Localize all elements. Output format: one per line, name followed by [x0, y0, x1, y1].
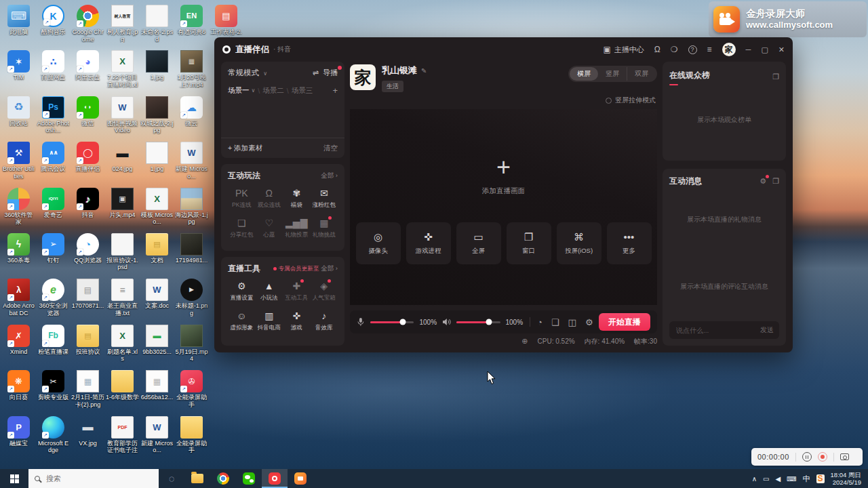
tool-item[interactable]: ☺ 虚拟形象 [228, 310, 256, 332]
desktop-icon[interactable]: W 图怪兽视频 Video [105, 96, 140, 141]
taskbar-item-chrome[interactable] [210, 469, 236, 488]
add-scene-button[interactable]: + [332, 85, 338, 96]
desktop-icon[interactable]: ➢ 钉钉 [36, 232, 71, 278]
desktop-icon[interactable]: 360软件管家 [1, 187, 36, 232]
start-button[interactable] [0, 469, 28, 488]
desktop-icon[interactable]: 全能录屏助手 [174, 415, 209, 461]
desktop-icon[interactable]: 1-6年级数学 [105, 369, 140, 415]
tool-item[interactable]: ✚ 互动工具 [283, 281, 311, 302]
desktop-icon[interactable]: ✶ TIM [1, 49, 36, 95]
search-input[interactable] [45, 474, 153, 483]
desktop-icon[interactable]: 报班协议-1.psd [105, 232, 140, 278]
toolbar-icon[interactable]: ❑ [551, 317, 559, 327]
tool-item[interactable]: ♪ 音效库 [311, 310, 338, 332]
interact-item[interactable]: ✾ 福袋 [283, 188, 311, 209]
speaker-volume-slider[interactable] [456, 321, 500, 323]
desktop-icon[interactable]: ◕ 阿里云盘 [71, 49, 105, 95]
feedback-icon[interactable]: ❍ [671, 45, 678, 54]
source-button[interactable]: ••• 更多 [607, 222, 652, 264]
interact-item[interactable]: ✉ 涨粉红包 [311, 188, 338, 209]
taskbar-item-recorder[interactable] [288, 469, 313, 488]
desktop-icon[interactable]: ♻ 回收站 [1, 96, 36, 141]
desktop-icon[interactable]: Fb 粉笔直播课 [36, 324, 71, 369]
stretch-mode-toggle[interactable]: 竖屏拉伸模式 [350, 94, 657, 109]
desktop-icon[interactable]: 树人教育 树人教育.jpg [105, 4, 140, 49]
desktop-icon[interactable]: X 模板 Microso... [140, 187, 174, 232]
tool-item[interactable]: ▥ 抖音电商 [256, 310, 283, 332]
clear-button[interactable]: 清空 [323, 144, 338, 153]
chat-input[interactable] [675, 326, 756, 335]
interact-item[interactable]: ▂▅▇ 礼物投票 [283, 218, 311, 239]
tools-all-link[interactable]: 全部 › [321, 264, 338, 273]
taskbar-clock[interactable]: 18:04 周日 2024/5/19 [831, 471, 861, 486]
source-button[interactable]: ✜ 游戏进程 [406, 222, 451, 264]
tab-scene-2[interactable]: 场景二 [262, 86, 284, 96]
desktop-icon[interactable]: EN 有道词典6 [174, 4, 209, 49]
tab-scene-3[interactable]: 场景三 [292, 86, 313, 96]
speaker-icon[interactable] [442, 318, 451, 326]
menu-icon[interactable]: ≡ [707, 45, 712, 54]
task-view-button[interactable]: ◌ [159, 469, 184, 488]
desktop-icon[interactable]: ⌨ 此电脑 [1, 4, 36, 49]
desktop-icon[interactable]: 1.jpg [140, 49, 174, 95]
desktop-icon[interactable]: ✂ 剪映专业版 [36, 369, 71, 415]
layout-tab[interactable]: 双屏 [627, 67, 656, 81]
desktop-icon[interactable]: ✗ Xmind [1, 324, 36, 369]
interact-item[interactable]: ▦ 礼物挑战 [311, 218, 338, 239]
microphone-icon[interactable] [357, 317, 365, 327]
taskbar-item-wechat[interactable] [236, 469, 262, 488]
keyboard-icon[interactable]: ⌨ [787, 475, 796, 483]
desktop-icon[interactable]: ❋ 向日葵 [1, 369, 36, 415]
ime-indicator[interactable]: 中 [803, 474, 810, 484]
desktop-icon[interactable]: W 新建 Microso... [174, 141, 209, 186]
pause-button[interactable] [802, 452, 812, 462]
source-button[interactable]: ⌘ 投屏(iOS) [557, 222, 601, 264]
stream-avatar[interactable]: 家 [350, 64, 376, 90]
desktop-icon[interactable]: W 新建 Microso... [140, 415, 174, 461]
desktop-icon[interactable]: ◖◗ 微信 [71, 96, 105, 141]
chevron-down-icon[interactable]: ∨ [252, 87, 256, 94]
taskbar-search[interactable] [28, 469, 159, 488]
desktop-icon[interactable]: 海边风景-1.jpg [174, 187, 209, 232]
desktop-icon[interactable]: 5月19日.mp4 [174, 324, 209, 369]
desktop-icon[interactable]: 双城之战-2.jpg [140, 96, 174, 141]
desktop-icon[interactable]: ∧∧ 腾讯会议 [36, 141, 71, 186]
screenshot-button[interactable] [840, 453, 849, 460]
desktop-icon[interactable]: Ps Adobe Photosh... [36, 96, 71, 141]
headset-icon[interactable]: Ω [654, 45, 660, 54]
desktop-icon[interactable]: ▶ 未标题-1.png [174, 278, 209, 323]
desktop-icon[interactable]: ⚒ Brother Utilities [1, 141, 36, 186]
desktop-icon[interactable]: ≡ 老王商业直播.txt [105, 278, 140, 323]
desktop-icon[interactable]: e 360安全浏览器 [36, 278, 71, 323]
desktop-icon[interactable]: ϟ 360杀毒 [1, 232, 36, 278]
user-avatar[interactable]: 家 [722, 43, 736, 56]
source-button[interactable]: ◎ 摄像头 [356, 222, 401, 264]
help-icon[interactable]: ? [688, 45, 697, 54]
toolbar-icon[interactable]: ◔ [537, 317, 542, 327]
desktop-icon[interactable]: 17194981... [174, 232, 209, 278]
desktop-icon[interactable]: ▤ 投班协议 [71, 324, 105, 369]
mode-selector[interactable]: 常规模式 ∨ [228, 68, 267, 78]
desktop-icon[interactable]: ☁ 微云 [174, 96, 209, 141]
desktop-icon[interactable]: X 刷题名单.xls [105, 324, 140, 369]
desktop-icon[interactable]: Google Chrome [71, 4, 105, 49]
interact-item[interactable]: ❏ 分享红包 [228, 218, 256, 239]
desktop-icon[interactable]: ▤ 17070871... [71, 278, 105, 323]
desktop-icon[interactable]: 未命名-2.psd [140, 4, 174, 49]
taskbar-item-live-companion[interactable] [262, 469, 288, 488]
record-button[interactable] [818, 452, 827, 462]
tab-scene-1[interactable]: 场景一 [228, 86, 250, 96]
source-button[interactable]: ❐ 窗口 [507, 222, 551, 264]
titlebar[interactable]: 直播伴侣 · 抖音 ▣ 主播中心 Ω ❍ ? ≡ 家 ─ ▢ ✕ [214, 37, 793, 62]
desktop-icon[interactable]: ▦ 1月20号晚上7.mp4 [174, 49, 209, 95]
sogou-ime-icon[interactable]: S [816, 474, 825, 483]
anchor-center-button[interactable]: ▣ 主播中心 [603, 45, 644, 55]
desktop-icon[interactable]: 1.jpg [140, 141, 174, 186]
mic-volume-slider[interactable] [370, 321, 414, 323]
gear-icon[interactable]: ⚙ [760, 177, 766, 186]
live-preview-area[interactable]: + 添加直播画面 ◎ 摄像头 ✜ 游戏进程 [350, 109, 657, 305]
tool-item[interactable]: ◈ 人气宝箱 [311, 281, 338, 302]
desktop-icon[interactable]: Microsoft Edge [36, 415, 71, 461]
tool-item[interactable]: ⚙ 直播设置 [228, 281, 256, 302]
desktop-icon[interactable]: iQIYI 爱奇艺 [36, 187, 71, 232]
